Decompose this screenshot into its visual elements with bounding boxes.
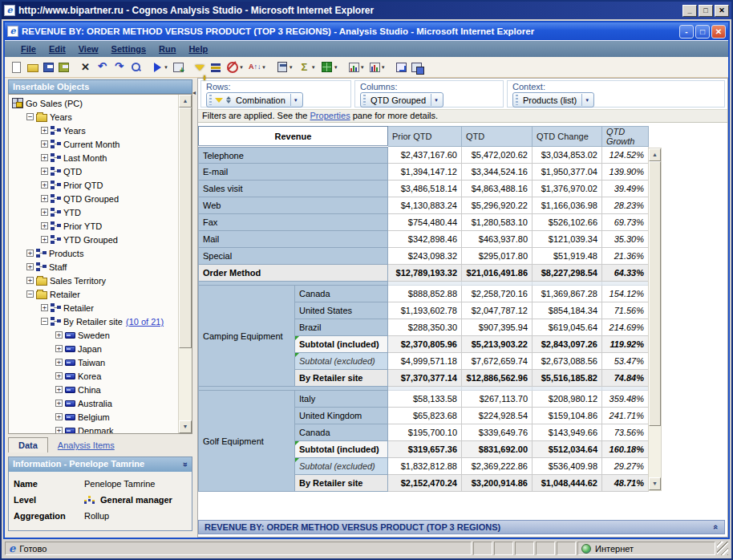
- data-cell[interactable]: $2,152,470.24: [388, 475, 462, 492]
- data-cell[interactable]: $831,692.00: [462, 441, 533, 458]
- row-label[interactable]: Special: [199, 248, 388, 265]
- undo-button[interactable]: ↶: [95, 59, 110, 76]
- pane-splitter[interactable]: ◂: [192, 78, 197, 538]
- data-cell[interactable]: $288,350.30: [388, 319, 462, 336]
- data-cell[interactable]: $1,280,583.10: [462, 214, 533, 231]
- column-header[interactable]: QTD: [462, 127, 533, 147]
- data-cell[interactable]: $7,370,377.14: [388, 370, 462, 387]
- tree-item-australia[interactable]: +Australia: [9, 396, 178, 410]
- collapse-icon[interactable]: −: [26, 113, 34, 120]
- run-button[interactable]: ▼: [151, 59, 170, 76]
- data-cell[interactable]: 35.30%: [602, 231, 649, 248]
- drill-button[interactable]: ▼: [319, 59, 340, 76]
- data-cell[interactable]: $58,133.58: [388, 391, 462, 408]
- tree-item-denmark[interactable]: +Denmark: [9, 424, 178, 433]
- tree-scroll-down-icon[interactable]: ▼: [179, 420, 192, 433]
- expand-icon[interactable]: +: [55, 331, 63, 339]
- resize-grip[interactable]: [717, 542, 728, 555]
- open-button[interactable]: [26, 59, 40, 76]
- data-cell[interactable]: 69.73%: [602, 214, 649, 231]
- columns-dropdown[interactable]: QTD Grouped ▼: [360, 92, 443, 108]
- row-label[interactable]: Brazil: [295, 319, 388, 336]
- expand-icon[interactable]: +: [55, 345, 63, 352]
- data-cell[interactable]: $754,480.44: [388, 214, 462, 231]
- expand-icon[interactable]: +: [41, 181, 48, 189]
- data-cell[interactable]: $512,034.64: [533, 441, 602, 458]
- expand-icon[interactable]: +: [26, 263, 34, 270]
- tab-data[interactable]: Data: [8, 437, 48, 452]
- data-cell[interactable]: $8,227,298.54: [533, 265, 602, 282]
- drag-grip[interactable]: [363, 95, 366, 105]
- column-header[interactable]: QTD Growth: [602, 127, 649, 147]
- collapse-icon[interactable]: −: [26, 290, 34, 298]
- data-cell[interactable]: $2,370,805.96: [388, 336, 462, 353]
- tree-item-retailer[interactable]: −Retailer: [9, 287, 178, 301]
- expand-icon[interactable]: +: [26, 250, 34, 257]
- row-label[interactable]: Order Method: [199, 265, 388, 282]
- row-label[interactable]: By Retailer site: [295, 475, 388, 492]
- menu-view[interactable]: View: [72, 44, 105, 54]
- data-cell[interactable]: $121,039.34: [533, 231, 602, 248]
- tree-item-by-retailer-site[interactable]: −By Retailer site(10 of 21): [9, 314, 178, 328]
- expand-icon[interactable]: «: [711, 525, 721, 530]
- browser-close-button[interactable]: ✕: [715, 5, 729, 17]
- menu-edit[interactable]: Edit: [43, 44, 72, 54]
- data-cell[interactable]: 160.18%: [602, 441, 649, 458]
- data-cell[interactable]: 359.48%: [602, 391, 649, 408]
- data-cell[interactable]: $21,016,491.86: [462, 265, 533, 282]
- chevron-down-icon[interactable]: ▼: [381, 65, 386, 70]
- data-cell[interactable]: 139.90%: [602, 164, 649, 181]
- data-cell[interactable]: $1,048,444.62: [533, 475, 602, 492]
- data-cell[interactable]: $5,472,020.62: [462, 147, 533, 164]
- data-cell[interactable]: $195,700.10: [388, 424, 462, 441]
- data-cell[interactable]: 29.27%: [602, 458, 649, 475]
- expand-icon[interactable]: +: [41, 236, 48, 243]
- tree-item-ytd[interactable]: +YTD: [9, 205, 178, 219]
- data-cell[interactable]: 214.69%: [602, 319, 649, 336]
- group-cell[interactable]: Camping Equipment: [199, 286, 295, 387]
- data-cell[interactable]: $3,344,524.16: [462, 164, 533, 181]
- collapse-pane-icon[interactable]: ◂: [192, 89, 196, 96]
- expand-icon[interactable]: +: [41, 195, 48, 202]
- tree-item-ytd-grouped[interactable]: +YTD Grouped: [9, 233, 178, 246]
- data-cell[interactable]: 119.92%: [602, 336, 649, 353]
- data-cell[interactable]: $888,852.88: [388, 286, 462, 302]
- data-cell[interactable]: $1,950,377.04: [533, 164, 602, 181]
- data-cell[interactable]: $243,098.32: [388, 248, 462, 265]
- tree-item-prior-qtd[interactable]: +Prior QTD: [9, 178, 178, 192]
- drag-grip[interactable]: [516, 95, 518, 105]
- tree-item-taiwan[interactable]: +Taiwan: [9, 355, 178, 369]
- crosstab-scrollbar[interactable]: ▲ ▼: [648, 148, 662, 491]
- data-cell[interactable]: $4,999,571.18: [388, 353, 462, 370]
- tree-item-years[interactable]: −Years: [9, 110, 178, 124]
- data-cell[interactable]: 241.71%: [602, 408, 649, 424]
- summarize-button[interactable]: Σ▼: [297, 59, 318, 76]
- data-cell[interactable]: $1,832,812.88: [388, 458, 462, 475]
- tree-item-staff[interactable]: +Staff: [9, 260, 178, 274]
- data-cell[interactable]: 71.56%: [602, 302, 649, 319]
- data-cell[interactable]: 64.33%: [602, 265, 649, 282]
- expand-icon[interactable]: +: [55, 400, 63, 407]
- find-button[interactable]: [128, 59, 144, 76]
- data-cell[interactable]: $526,102.66: [533, 214, 602, 231]
- app-minimize-button[interactable]: -: [679, 25, 694, 39]
- drag-grip[interactable]: [209, 95, 212, 105]
- save-button[interactable]: [42, 59, 55, 76]
- data-cell[interactable]: $224,928.54: [462, 408, 533, 424]
- expand-icon[interactable]: +: [55, 372, 63, 379]
- expand-icon[interactable]: +: [41, 154, 48, 161]
- tree-item-link[interactable]: (10 of 21): [126, 317, 164, 327]
- data-cell[interactable]: 39.49%: [602, 181, 649, 197]
- tree-item-go-sales-pc-[interactable]: Go Sales (PC): [9, 96, 178, 110]
- tree-item-korea[interactable]: +Korea: [9, 369, 178, 383]
- expand-icon[interactable]: +: [41, 222, 48, 229]
- expand-icon[interactable]: +: [55, 427, 63, 433]
- scroll-thumb[interactable]: [649, 161, 661, 426]
- data-cell[interactable]: $339,649.76: [462, 424, 533, 441]
- data-cell[interactable]: $2,047,787.12: [462, 302, 533, 319]
- data-cell[interactable]: $1,166,036.98: [533, 197, 602, 214]
- tree-scroll-up-icon[interactable]: ▲: [179, 95, 192, 108]
- delete-button[interactable]: ✕: [78, 59, 93, 76]
- row-label[interactable]: Subtotal (included): [295, 441, 388, 458]
- menu-settings[interactable]: Settings: [105, 44, 152, 54]
